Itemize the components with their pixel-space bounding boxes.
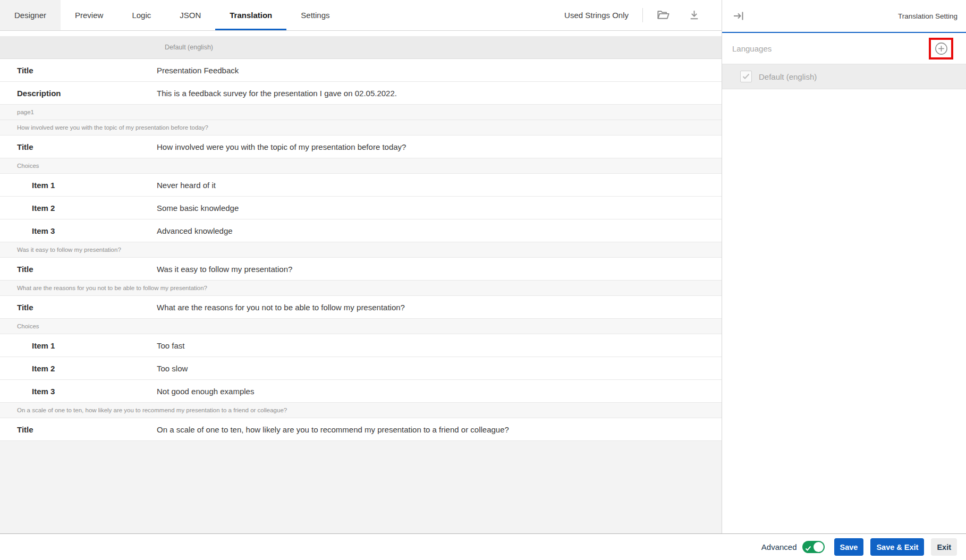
languages-label: Languages: [732, 44, 772, 53]
table-row: Item 3Advanced knowledge: [0, 219, 722, 242]
checkmark-icon: [742, 73, 750, 80]
tab-preview[interactable]: Preview: [61, 0, 117, 30]
section-label: Was it easy to follow my presentation?: [0, 247, 121, 253]
languages-header-row: Languages: [722, 33, 966, 64]
import-button[interactable]: [656, 8, 671, 23]
tab-settings[interactable]: Settings: [286, 0, 344, 30]
section-row: Choices: [0, 158, 722, 174]
section-label: page1: [0, 109, 34, 115]
collapse-panel-button[interactable]: [731, 9, 746, 23]
table-row: Item 2Too slow: [0, 357, 722, 380]
default-language-checkbox: [740, 71, 752, 82]
row-label: Title: [0, 265, 157, 274]
tab-translation[interactable]: Translation: [215, 0, 286, 30]
table-row: Item 1Never heard of it: [0, 174, 722, 197]
toggle-check-icon: [805, 544, 811, 554]
row-label: Title: [0, 425, 157, 434]
translation-toolbar: Used Strings Only: [564, 0, 722, 30]
table-row: TitleHow involved were you with the topi…: [0, 135, 722, 158]
section-row: On a scale of one to ten, how likely are…: [0, 403, 722, 418]
row-label: Item 2: [0, 203, 157, 213]
section-row: What are the reasons for you not to be a…: [0, 281, 722, 296]
panel-header: Translation Setting: [722, 0, 966, 33]
translation-value[interactable]: What are the reasons for you not to be a…: [157, 303, 722, 312]
advanced-toggle[interactable]: [802, 541, 825, 553]
table-row: TitlePresentation Feedback: [0, 59, 722, 82]
toolbar-divider: [642, 8, 643, 22]
tab-bar-tabs: DesignerPreviewLogicJSONTranslationSetti…: [0, 0, 344, 30]
section-row: How involved were you with the topic of …: [0, 120, 722, 135]
translation-table: Default (english)TitlePresentation Feedb…: [0, 36, 722, 533]
row-label: Item 1: [0, 341, 157, 350]
footer-toolbar: Advanced Save Save & Exit Exit: [0, 533, 966, 560]
section-row: page1: [0, 105, 722, 120]
table-row: TitleWas it easy to follow my presentati…: [0, 258, 722, 281]
open-folder-icon: [656, 8, 671, 22]
advanced-label: Advanced: [761, 542, 797, 551]
translation-value[interactable]: Too slow: [157, 364, 722, 373]
section-row: Choices: [0, 319, 722, 334]
table-row: Item 3Not good enough examples: [0, 380, 722, 403]
section-label: On a scale of one to ten, how likely are…: [0, 407, 287, 413]
add-language-highlight: [929, 38, 953, 60]
section-label: What are the reasons for you not to be a…: [0, 285, 207, 291]
translation-value[interactable]: Advanced knowledge: [157, 226, 722, 235]
row-label: Title: [0, 303, 157, 312]
row-label: Item 3: [0, 226, 157, 235]
row-label: Description: [0, 89, 157, 98]
used-strings-only-button[interactable]: Used Strings Only: [564, 11, 629, 20]
table-empty-area: [0, 441, 722, 533]
tab-bar: DesignerPreviewLogicJSONTranslationSetti…: [0, 0, 722, 31]
section-label: Choices: [0, 163, 39, 169]
save-button[interactable]: Save: [834, 538, 864, 556]
translation-settings-panel: Translation Setting Languages: [722, 0, 966, 533]
table-row: DescriptionThis is a feedback survey for…: [0, 82, 722, 105]
row-label: Item 2: [0, 364, 157, 373]
translation-value[interactable]: Was it easy to follow my presentation?: [157, 265, 722, 274]
arrow-to-bar-icon: [732, 9, 745, 23]
translation-value[interactable]: This is a feedback survey for the presen…: [157, 89, 722, 98]
tab-designer[interactable]: Designer: [0, 0, 61, 30]
tab-json[interactable]: JSON: [165, 0, 215, 30]
table-row: TitleWhat are the reasons for you not to…: [0, 296, 722, 319]
language-column-header: Default (english): [157, 44, 722, 51]
translation-value[interactable]: Too fast: [157, 341, 722, 350]
row-label: Title: [0, 142, 157, 151]
save-exit-button[interactable]: Save & Exit: [870, 538, 924, 556]
table-row: TitleOn a scale of one to ten, how likel…: [0, 418, 722, 441]
panel-title: Translation Setting: [898, 12, 957, 20]
row-label: Item 3: [0, 387, 157, 396]
add-language-button[interactable]: [934, 41, 948, 56]
translation-main-area: DesignerPreviewLogicJSONTranslationSetti…: [0, 0, 722, 533]
translation-value[interactable]: Never heard of it: [157, 181, 722, 190]
content-area: DesignerPreviewLogicJSONTranslationSetti…: [0, 0, 966, 533]
export-button[interactable]: [687, 8, 701, 23]
translation-value[interactable]: On a scale of one to ten, how likely are…: [157, 425, 722, 434]
survey-creator-app: DesignerPreviewLogicJSONTranslationSetti…: [0, 0, 966, 560]
translation-value[interactable]: Some basic knowledge: [157, 203, 722, 213]
plus-circle-icon: [934, 41, 949, 56]
translation-value[interactable]: How involved were you with the topic of …: [157, 142, 722, 151]
translation-value[interactable]: Not good enough examples: [157, 387, 722, 396]
row-label: Title: [0, 66, 157, 75]
default-language-row: Default (english): [722, 64, 966, 89]
section-label: How involved were you with the topic of …: [0, 124, 208, 131]
tab-logic[interactable]: Logic: [117, 0, 165, 30]
table-row: Item 2Some basic knowledge: [0, 197, 722, 219]
header-row: Default (english): [0, 36, 722, 59]
tab-bar-spacer: [344, 0, 565, 30]
default-language-label: Default (english): [759, 72, 817, 81]
download-icon: [688, 9, 701, 22]
table-row: Item 1Too fast: [0, 334, 722, 357]
translation-value[interactable]: Presentation Feedback: [157, 66, 722, 75]
section-label: Choices: [0, 323, 39, 329]
toggle-knob: [814, 542, 824, 552]
section-row: Was it easy to follow my presentation?: [0, 242, 722, 258]
exit-button[interactable]: Exit: [931, 538, 957, 556]
row-label: Item 1: [0, 181, 157, 190]
